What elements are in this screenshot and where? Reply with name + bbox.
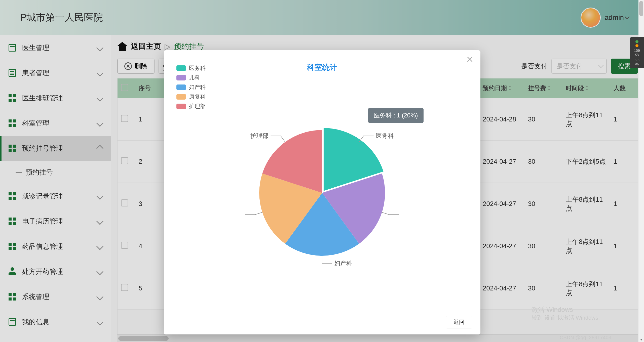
chart-title: 科室统计 [172, 62, 472, 73]
legend-item[interactable]: 医务科 [176, 64, 206, 72]
pie-chart: 医务科儿科妇产科康复科护理部 医务科 : 1 (20%) [172, 73, 472, 313]
modal-mask[interactable]: 科室统计 医务科儿科妇产科康复科护理部 医务科儿科妇产科康复科护理部 医务科 :… [0, 0, 644, 342]
net-meter-widget: 109 K/s 6.5 M/s [630, 37, 644, 68]
scrollbar-thumb[interactable] [639, 1, 643, 16]
close-icon[interactable] [466, 56, 473, 63]
pie-label: 护理部 [250, 132, 269, 139]
dialog-back-button[interactable]: 返回 [446, 316, 472, 328]
chart-tooltip: 医务科 : 1 (20%) [368, 108, 424, 123]
net-down: 6.5 [630, 58, 643, 62]
attribution: CSDN @qq_28917403 [560, 335, 611, 340]
legend-swatch [176, 65, 186, 71]
pie-label: 妇产科 [334, 260, 352, 267]
dept-stats-dialog: 科室统计 医务科儿科妇产科康复科护理部 医务科儿科妇产科康复科护理部 医务科 :… [164, 50, 480, 334]
pie-label: 医务科 [375, 132, 394, 139]
legend-label: 医务科 [189, 64, 206, 72]
net-up: 109 [630, 48, 643, 53]
